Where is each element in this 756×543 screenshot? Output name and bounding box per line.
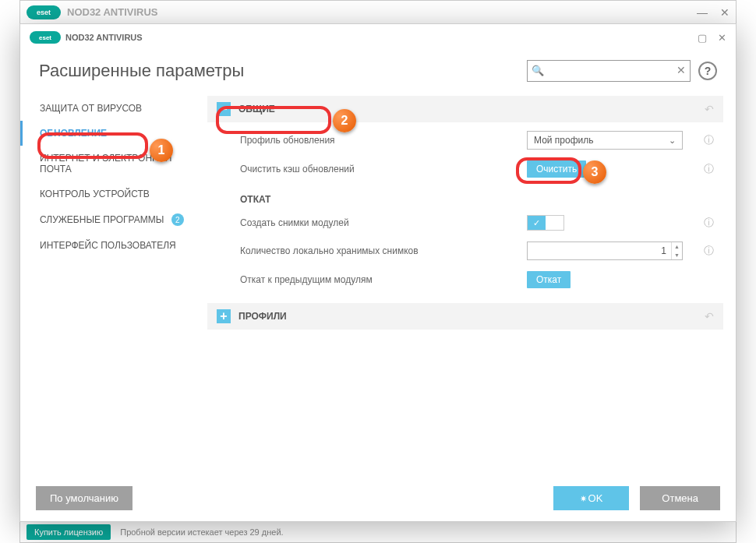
search-input[interactable] [527,60,691,82]
collapse-icon[interactable]: − [217,102,231,116]
dialog-titlebar: eset NOD32 ANTIVIRUS ▢ ✕ [20,24,736,51]
update-profile-select[interactable]: Мой профиль ⌄ [527,131,683,150]
dialog-title: Расширенные параметры [39,61,244,81]
row-create-snapshots: Создать снимки модулей ✓ ⓘ [207,210,723,236]
snapshots-label: Создать снимки модулей [240,217,527,228]
spinner-value: 1 [528,245,671,256]
minimize-icon[interactable]: — [697,6,708,19]
update-profile-label: Профиль обновления [240,135,527,146]
sidebar-item-update[interactable]: ОБНОВЛЕНИЕ [20,121,207,146]
section-general-title: ОБЩИЕ [238,104,275,115]
select-value: Мой профиль [534,135,594,146]
info-icon[interactable]: ⓘ [698,133,714,147]
dialog-maximize-icon[interactable]: ▢ [698,32,707,44]
revert-icon[interactable]: ↶ [705,310,714,323]
search-icon: 🔍 [532,65,544,76]
spinner-up-icon[interactable]: ▲ [672,242,682,251]
help-button[interactable]: ? [698,62,717,80]
row-clear-cache: Очистить кэш обновлений Очистить ⓘ [207,155,723,183]
rollback-label: Откат к предыдущим модулям [240,274,527,285]
snapshot-count-label: Количество локально хранимых снимков [240,245,527,256]
info-icon[interactable]: ⓘ [698,162,714,176]
snapshots-toggle[interactable]: ✓ [527,215,564,231]
row-rollback: Откат к предыдущим модулям Откат [207,266,723,294]
outer-window-titlebar: eset NOD32 ANTIVIRUS — ✕ [20,1,736,24]
settings-content: − ОБЩИЕ ↶ Профиль обновления Мой профиль… [207,96,736,475]
sidebar-item-device-control[interactable]: КОНТРОЛЬ УСТРОЙСТВ [20,182,207,206]
rollback-button[interactable]: Откат [527,271,571,288]
product-name: NOD32 ANTIVIRUS [67,6,158,18]
tools-badge: 2 [171,213,184,226]
settings-sidebar: ЗАЩИТА ОТ ВИРУСОВ ОБНОВЛЕНИЕ ИНТЕРНЕТ И … [20,96,207,475]
section-profiles-title: ПРОФИЛИ [238,311,287,322]
sidebar-item-label: СЛУЖЕБНЫЕ ПРОГРАММЫ [40,214,164,225]
row-update-profile: Профиль обновления Мой профиль ⌄ ⓘ [207,125,723,155]
dialog-footer: По умолчанию OK Отмена [20,475,736,521]
clear-cache-label: Очистить кэш обновлений [240,164,527,175]
eset-logo: eset [26,5,61,19]
trial-status-text: Пробной версии истекает через 29 дней. [120,527,283,537]
rollback-subtitle: ОТКАТ [207,183,723,210]
dialog-close-icon[interactable]: ✕ [718,32,726,44]
close-icon[interactable]: ✕ [720,6,730,19]
row-snapshot-count: Количество локально хранимых снимков 1 ▲… [207,236,723,266]
ok-button[interactable]: OK [553,486,630,510]
search-clear-icon[interactable]: ✕ [677,64,686,76]
clear-cache-button[interactable]: Очистить [527,160,586,178]
info-icon[interactable]: ⓘ [698,244,714,258]
spinner-down-icon[interactable]: ▼ [672,251,682,259]
sidebar-item-tools[interactable]: СЛУЖЕБНЫЕ ПРОГРАММЫ 2 [20,206,207,233]
buy-license-button[interactable]: Купить лицензию [26,524,111,540]
cancel-button[interactable]: Отмена [640,486,720,510]
sidebar-item-internet-email[interactable]: ИНТЕРНЕТ И ЭЛЕКТРОННАЯ ПОЧТА [20,146,207,182]
advanced-settings-dialog: eset NOD32 ANTIVIRUS ▢ ✕ Расширенные пар… [19,23,737,522]
section-general-header[interactable]: − ОБЩИЕ ↶ [207,96,723,122]
outer-status-bar: Купить лицензию Пробной версии истекает … [20,520,736,542]
defaults-button[interactable]: По умолчанию [36,486,132,510]
snapshot-count-spinner[interactable]: 1 ▲ ▼ [527,242,683,260]
section-profiles-header[interactable]: + ПРОФИЛИ ↶ [207,303,723,330]
check-icon: ✓ [528,216,546,230]
sidebar-item-antivirus[interactable]: ЗАЩИТА ОТ ВИРУСОВ [20,96,207,121]
revert-icon[interactable]: ↶ [705,103,714,115]
sidebar-item-ui[interactable]: ИНТЕРФЕЙС ПОЛЬЗОВАТЕЛЯ [20,233,207,258]
expand-icon[interactable]: + [217,309,231,323]
chevron-down-icon: ⌄ [669,136,676,146]
eset-logo-small: eset [30,31,61,44]
product-name-small: NOD32 ANTIVIRUS [65,33,143,42]
info-icon[interactable]: ⓘ [698,216,714,230]
